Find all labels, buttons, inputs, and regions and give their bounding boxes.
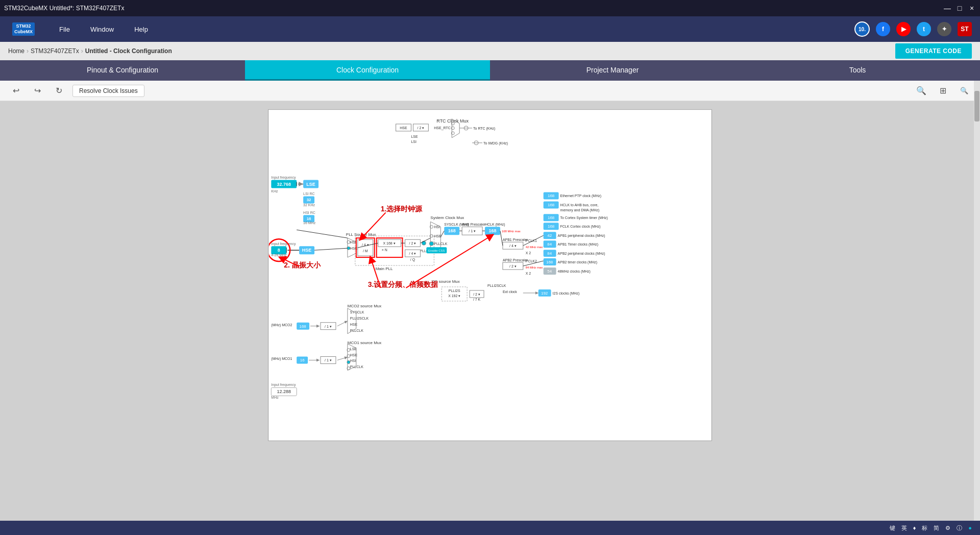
svg-text:LSI RC: LSI RC: [303, 192, 314, 196]
clock-diagram-container[interactable]: RTC Clock Mux HSE / 2 ▾ HSE_RTC LSE LSI …: [268, 109, 712, 441]
undo-button[interactable]: ↩: [8, 83, 23, 99]
svg-text:48MHz clocks (MHz): 48MHz clocks (MHz): [558, 270, 591, 274]
svg-text:PLLI2SCLK: PLLI2SCLK: [487, 284, 506, 287]
twitter-icon[interactable]: t: [917, 22, 931, 36]
svg-text:(MHz) MCO2: (MHz) MCO2: [271, 323, 292, 327]
menubar: STM32 CubeMX File Window Help 10. f ▶ t …: [0, 16, 980, 42]
svg-text:HSE: HSE: [350, 353, 358, 357]
svg-point-161: [347, 360, 350, 363]
svg-point-60: [422, 241, 426, 245]
generate-code-button[interactable]: GENERATE CODE: [895, 43, 972, 59]
svg-text:HSE: HSE: [434, 234, 442, 238]
maximize-button[interactable]: □: [955, 4, 964, 12]
status-item-2: ♦: [913, 525, 916, 531]
svg-text:X 2: X 2: [526, 251, 531, 255]
st-icon[interactable]: ST: [958, 22, 972, 36]
tab-pinout[interactable]: Pinout & Configuration: [0, 60, 245, 81]
svg-text:Input frequency: Input frequency: [271, 242, 296, 246]
tabbar: Pinout & Configuration Clock Configurati…: [0, 60, 980, 81]
svg-text:APB1 peripheral clocks (MHz): APB1 peripheral clocks (MHz): [558, 234, 605, 238]
bc-home[interactable]: Home: [8, 47, 24, 55]
app-logo: STM32 CubeMX: [8, 19, 39, 39]
close-button[interactable]: ×: [968, 4, 976, 12]
svg-text:HSE: HSE: [350, 323, 358, 326]
reset-button[interactable]: ↻: [51, 83, 66, 99]
svg-text:PLLI2SCLK: PLLI2SCLK: [350, 317, 369, 320]
svg-text:168: 168: [448, 228, 456, 233]
svg-text:/ 2 ▾: / 2 ▾: [473, 293, 480, 296]
social-icons: 10. f ▶ t ✦ ST: [854, 21, 972, 37]
status-item-4: 简: [934, 524, 939, 532]
svg-text:/ 4 ▾: / 4 ▾: [409, 252, 416, 255]
svg-text:168: 168: [548, 224, 555, 229]
bc-arrow-2: ›: [81, 47, 83, 55]
svg-text:APB2 timer clocks (MHz): APB2 timer clocks (MHz): [558, 260, 597, 264]
menu-file[interactable]: File: [49, 16, 80, 42]
menu-help[interactable]: Help: [124, 16, 158, 42]
svg-text:PLLI2S: PLLI2S: [449, 289, 460, 293]
svg-text:(MHz) MCO1: (MHz) MCO1: [271, 357, 292, 361]
bc-device[interactable]: STM32F407ZETx: [31, 47, 79, 55]
svg-text:X 168 ▾: X 168 ▾: [383, 241, 396, 245]
svg-text:84: 84: [547, 251, 552, 256]
svg-text:FCLK Cortex clock (MHz): FCLK Cortex clock (MHz): [560, 225, 601, 229]
svg-text:/ Q: / Q: [410, 258, 415, 262]
logo-line2: CubeMX: [14, 29, 33, 35]
svg-text:32: 32: [307, 198, 311, 202]
svg-rect-0: [268, 110, 711, 441]
svg-text:MCO1 source Mux: MCO1 source Mux: [348, 341, 381, 345]
svg-text:/ 7 K: / 7 K: [473, 298, 481, 301]
logo-line1: STM32: [14, 23, 33, 29]
svg-text:192: 192: [541, 291, 548, 296]
svg-text:HCLK (MHz): HCLK (MHz): [485, 223, 505, 227]
svg-text:To IWDG (KHz): To IWDG (KHz): [483, 141, 508, 145]
menu-window[interactable]: Window: [80, 16, 124, 42]
app-title: STM32CubeMX Untitled*: STM32F407ZETx: [4, 5, 124, 12]
svg-text:168: 168: [548, 215, 555, 220]
svg-text:/ 1 ▾: / 1 ▾: [325, 325, 332, 328]
svg-text:32 KHz: 32 KHz: [303, 203, 315, 207]
svg-text:I2S clocks (MHz): I2S clocks (MHz): [553, 291, 580, 296]
svg-text:HCLK to AHB bus, core,: HCLK to AHB bus, core,: [560, 203, 599, 207]
svg-text:1.选择时钟源: 1.选择时钟源: [381, 205, 423, 213]
svg-text:16: 16: [307, 216, 311, 221]
youtube-icon[interactable]: ▶: [896, 22, 911, 36]
titlebar: STM32CubeMX Untitled*: STM32F407ZETx — □…: [0, 0, 980, 16]
zoom-out-button[interactable]: 🔍: [957, 83, 972, 99]
zoom-fit-button[interactable]: ⊞: [935, 83, 950, 99]
network-icon[interactable]: ✦: [937, 22, 951, 36]
svg-text:54: 54: [547, 269, 552, 274]
svg-text:KHz: KHz: [271, 189, 278, 193]
facebook-icon[interactable]: f: [876, 22, 890, 36]
svg-text:PLL Source Mux: PLL Source Mux: [346, 232, 376, 237]
svg-text:HSE_RTC: HSE_RTC: [434, 126, 450, 130]
status-item-7: ●: [968, 525, 972, 531]
tab-tools[interactable]: Tools: [735, 60, 980, 81]
svg-text:/ 2 ▾: / 2 ▾: [509, 264, 517, 268]
breadcrumb: Home › STM32F407ZETx › Untitled - Clock …: [0, 42, 980, 60]
svg-text:APB1 Prescaler: APB1 Prescaler: [503, 238, 528, 241]
svg-text:LSE: LSE: [411, 135, 418, 138]
scroll-thumb[interactable]: [974, 91, 979, 121]
tab-project[interactable]: Project Manager: [490, 60, 735, 81]
statusbar: 键 英 ♦ 标 简 ⚙ ⓘ ●: [0, 521, 980, 535]
redo-button[interactable]: ↪: [30, 83, 45, 99]
svg-text:32.768: 32.768: [277, 182, 291, 187]
svg-text:AHB Prescaler: AHB Prescaler: [462, 223, 485, 226]
zoom-in-button[interactable]: 🔍: [914, 83, 929, 99]
resolve-clock-button[interactable]: Resolve Clock Issues: [72, 85, 144, 97]
svg-text:HSI RC: HSI RC: [303, 211, 315, 214]
svg-text:42: 42: [547, 233, 552, 238]
svg-text:168 MHz max: 168 MHz max: [502, 230, 521, 233]
status-item-6[interactable]: ⓘ: [957, 524, 962, 532]
svg-text:16: 16: [300, 358, 305, 362]
status-item-5[interactable]: ⚙: [945, 525, 950, 531]
svg-text:PLLCLK: PLLCLK: [434, 242, 447, 246]
minimize-button[interactable]: —: [943, 4, 951, 12]
toolbar: ↩ ↪ ↻ Resolve Clock Issues 🔍 ⊞ 🔍: [0, 81, 980, 101]
right-scrollbar[interactable]: [974, 81, 980, 521]
tab-clock[interactable]: Clock Configuration: [245, 60, 490, 81]
svg-text:Input frequency: Input frequency: [271, 176, 296, 180]
svg-text:Input frequency: Input frequency: [271, 383, 296, 387]
svg-text:8: 8: [278, 248, 280, 253]
